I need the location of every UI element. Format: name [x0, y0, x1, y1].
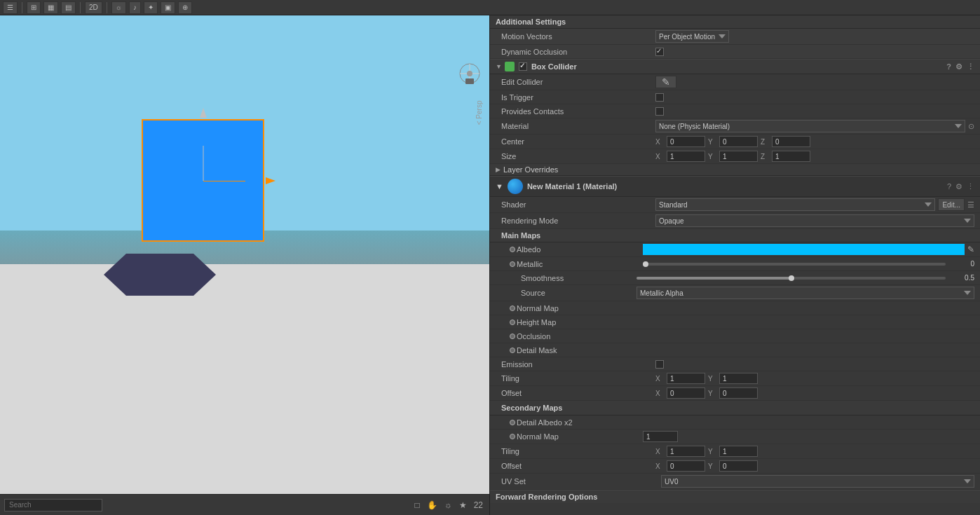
scene-selected-object[interactable] — [142, 119, 264, 242]
material-more-icon[interactable]: ⋮ — [967, 182, 974, 191]
scene-bottom-toolbar: □ ✋ ☼ ★ 22 — [0, 494, 489, 515]
main-maps-header: Main Maps — [490, 229, 980, 242]
size-z-label: Z — [761, 153, 769, 160]
shader-edit-button[interactable]: Edit... — [938, 198, 965, 211]
edit-collider-label: Edit Collider — [501, 78, 655, 86]
layers-btn[interactable]: ▦ — [43, 1, 58, 14]
metallic-slider-thumb[interactable] — [643, 261, 648, 267]
camera-gizmo-area — [457, 61, 482, 100]
provides-contacts-label: Provides Contacts — [501, 107, 655, 116]
provides-contacts-checkbox[interactable] — [655, 107, 664, 116]
albedo-label: Albedo — [517, 245, 643, 254]
stats-btn[interactable]: ▤ — [61, 1, 76, 14]
persp-label: < Persp — [476, 101, 484, 125]
scene-camera-btn[interactable]: ▣ — [161, 1, 175, 14]
uv-set-select[interactable]: UV0 — [661, 475, 974, 488]
lighting-btn[interactable]: ☼ — [111, 1, 126, 14]
emission-checkbox[interactable] — [655, 360, 664, 369]
size-y-input[interactable] — [719, 151, 758, 162]
offset-label: Offset — [501, 389, 655, 397]
box-collider-help-icon[interactable]: ? — [946, 62, 951, 71]
center-z-input[interactable] — [772, 136, 810, 147]
sec-tiling-y-input[interactable] — [719, 446, 758, 457]
center-z-label: Z — [761, 138, 769, 146]
sep3 — [107, 2, 107, 13]
offset-y-input[interactable] — [719, 387, 758, 399]
normal-map-label: Normal Map — [517, 304, 643, 313]
tiling-x-input[interactable] — [667, 373, 705, 384]
edit-collider-button[interactable]: ✎ — [655, 76, 676, 88]
sec-offset-x-input[interactable] — [667, 460, 705, 472]
offset-x-input[interactable] — [667, 387, 705, 399]
material-settings-icon[interactable]: ⚙ — [955, 182, 962, 191]
size-x-label: X — [655, 153, 664, 160]
scene-icon-rect[interactable]: □ — [412, 500, 421, 511]
detail-albedo-dot — [510, 420, 515, 425]
transform-handle-right[interactable] — [266, 177, 275, 184]
shader-select[interactable]: Standard — [655, 198, 935, 211]
shader-list-icon[interactable]: ☰ — [967, 200, 974, 210]
sec-normal-map-row: Normal Map — [490, 430, 980, 444]
is-trigger-checkbox[interactable] — [655, 93, 664, 102]
scene-background[interactable]: < Persp — [0, 15, 489, 494]
box-collider-more-icon[interactable]: ⋮ — [967, 62, 974, 71]
dynamic-occlusion-checkbox[interactable] — [655, 48, 664, 56]
albedo-color-swatch[interactable] — [643, 244, 965, 255]
tiling-y-label: Y — [708, 375, 716, 383]
camera-orientation-gizmo[interactable] — [457, 61, 482, 100]
box-collider-arrow[interactable]: ▼ — [496, 63, 502, 70]
motion-vectors-select[interactable]: Per Object Motion — [655, 30, 729, 43]
metallic-slider-track[interactable] — [643, 263, 946, 266]
albedo-row: Albedo ✎ — [490, 242, 980, 257]
layer-overrides-row[interactable]: ▶ Layer Overrides — [490, 164, 980, 176]
tiling-x-label: X — [655, 375, 664, 383]
transform-handle-up[interactable] — [200, 108, 207, 118]
material-physic-select[interactable]: None (Physic Material) — [655, 120, 965, 132]
scene-search-input[interactable] — [4, 499, 102, 511]
sec-normal-value-input[interactable] — [643, 431, 678, 442]
smoothness-slider-track[interactable] — [637, 277, 946, 280]
sec-tiling-label: Tiling — [501, 447, 655, 455]
size-z-input[interactable] — [772, 151, 810, 162]
sec-tiling-y-label: Y — [708, 448, 716, 455]
size-label: Size — [501, 152, 655, 160]
fx-btn[interactable]: ✦ — [144, 1, 158, 14]
material-help-icon[interactable]: ? — [947, 182, 951, 191]
center-label: Center — [501, 137, 655, 146]
height-map-label: Height Map — [517, 318, 643, 327]
size-x-input[interactable] — [667, 151, 705, 162]
height-map-dot — [510, 320, 515, 325]
sec-offset-row: Offset X Y — [490, 459, 980, 474]
center-x-input[interactable] — [667, 136, 705, 147]
grid-btn[interactable]: ⊞ — [27, 1, 41, 14]
is-trigger-row: Is Trigger — [490, 90, 980, 104]
tiling-y-input[interactable] — [719, 373, 758, 384]
is-trigger-label: Is Trigger — [501, 93, 655, 102]
gizmo-btn[interactable]: ⊕ — [178, 1, 192, 14]
albedo-eyedropper-icon[interactable]: ✎ — [967, 245, 974, 254]
tiling-xy: X Y — [655, 373, 758, 384]
material-arrow[interactable]: ▼ — [496, 182, 503, 191]
audio-btn[interactable]: ♪ — [129, 1, 141, 14]
material-physic-value: None (Physic Material) ⊙ — [655, 120, 974, 132]
2d-btn[interactable]: 2D — [85, 1, 102, 14]
sec-offset-y-input[interactable] — [719, 460, 758, 472]
center-y-input[interactable] — [719, 136, 758, 147]
box-collider-settings-icon[interactable]: ⚙ — [955, 62, 962, 71]
scene-icon-hand[interactable]: ✋ — [425, 500, 440, 511]
scene-icon-light[interactable]: ☼ — [442, 500, 454, 511]
scene-icon-number[interactable]: 22 — [472, 500, 485, 511]
box-collider-enabled-checkbox[interactable] — [519, 62, 527, 71]
secondary-maps-header: Secondary Maps — [490, 401, 980, 416]
scene-icon-star[interactable]: ★ — [457, 500, 469, 511]
motion-vectors-row: Motion Vectors Per Object Motion — [490, 29, 980, 45]
menu-btn[interactable]: ☰ — [3, 1, 18, 14]
material-actions: ? ⚙ ⋮ — [947, 182, 974, 191]
layer-overrides-label: Layer Overrides — [503, 165, 558, 174]
sec-tiling-x-input[interactable] — [667, 446, 705, 457]
smoothness-slider-thumb[interactable] — [789, 275, 794, 281]
source-select[interactable]: Metallic Alpha — [637, 287, 974, 299]
center-xyz: X Y Z — [655, 136, 810, 147]
material-physic-circle-btn[interactable]: ⊙ — [968, 122, 974, 131]
rendering-mode-select[interactable]: Opaque — [655, 214, 974, 227]
